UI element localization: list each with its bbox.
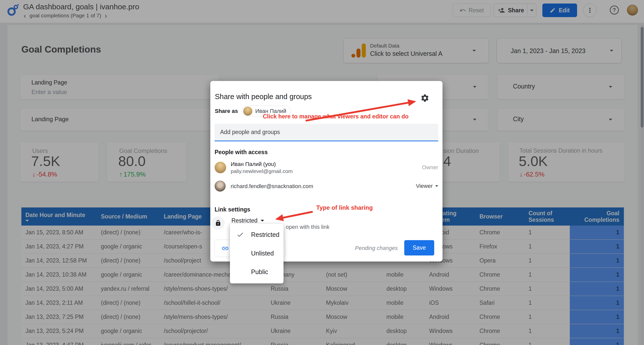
link-access-hint: open with this link (286, 224, 330, 230)
link-access-dropdown[interactable]: Restricted (231, 217, 264, 224)
avatar (243, 107, 252, 116)
lock-icon (215, 220, 221, 226)
menu-item-unlisted[interactable]: Unlisted (230, 244, 284, 263)
person-name: Иван Палий (you) (231, 161, 293, 168)
people-with-access-heading: People with access (215, 149, 268, 156)
person-email: paliy.newlevel@gmail.com (231, 168, 293, 175)
menu-item-restricted[interactable]: Restricted (230, 225, 284, 244)
chevron-down-icon (435, 185, 438, 187)
avatar (215, 181, 226, 192)
avatar (215, 162, 226, 173)
menu-item-label: Unlisted (251, 250, 274, 257)
screen: GA dashboard, goals | ivanhoe.pro ‹ goal… (0, 0, 644, 345)
person-email: richard.fendler@snacknation.com (231, 183, 313, 190)
link-settings-heading: Link settings (215, 206, 250, 213)
link-icon (221, 245, 229, 252)
menu-item-label: Public (251, 268, 268, 276)
add-people-placeholder: Add people and groups (215, 124, 438, 141)
add-people-input[interactable]: Add people and groups (215, 124, 438, 141)
gear-icon (420, 94, 429, 103)
save-label: Save (413, 244, 426, 251)
person-role: Viewer (416, 183, 433, 189)
person-role-dropdown[interactable]: Viewer (416, 183, 438, 189)
sharing-settings-button[interactable] (420, 93, 430, 103)
person-row: richard.fendler@snacknation.com Viewer (215, 179, 438, 193)
save-button[interactable]: Save (404, 240, 434, 255)
person-row: Иван Палий (you) paliy.newlevel@gmail.co… (215, 159, 438, 176)
link-access-value: Restricted (231, 217, 258, 224)
chevron-down-icon (261, 220, 264, 222)
share-as-label: Share as (215, 108, 238, 114)
check-icon (236, 231, 244, 238)
menu-item-label: Restricted (251, 231, 279, 238)
menu-item-public[interactable]: Public (230, 263, 284, 281)
annotation-link-note: Type of link sharing (316, 204, 373, 211)
pending-changes-label: Pending changes (355, 245, 398, 251)
annotation-gear-note: Click here to manage what viewers and ed… (263, 113, 409, 120)
dialog-title: Share with people and groups (215, 93, 312, 101)
person-role: Owner (422, 164, 438, 171)
link-access-menu: Restricted Unlisted Public (230, 224, 284, 283)
link-access-icon-wrap (211, 216, 225, 230)
